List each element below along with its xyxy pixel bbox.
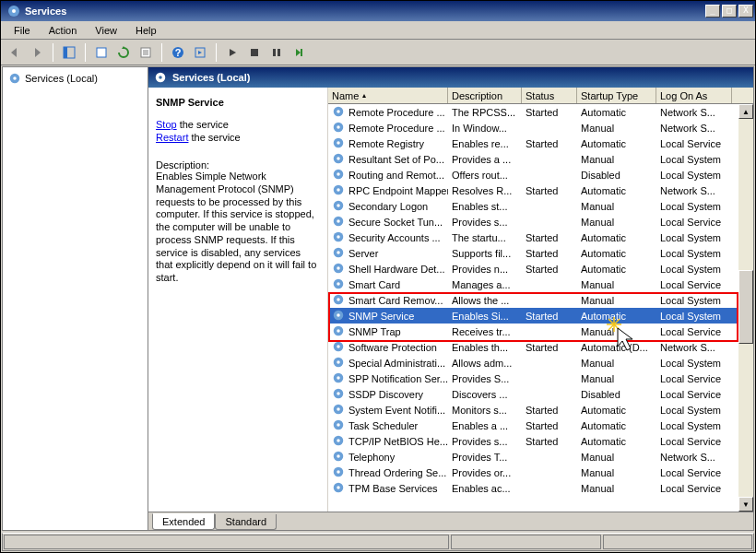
table-row[interactable]: Secondary LogonEnables st...ManualLocal … [328,198,753,214]
service-gear-icon [332,340,345,355]
table-row[interactable]: Remote Procedure ...The RPCSS...StartedA… [328,104,753,120]
svg-point-69 [337,486,340,489]
cell-desc: Offers rout... [448,170,522,181]
menu-view[interactable]: View [88,23,124,38]
service-gear-icon [332,136,345,151]
scroll-thumb[interactable] [738,270,753,344]
table-row[interactable]: Routing and Remot...Offers rout...Disabl… [328,167,753,182]
table-row[interactable]: Remote Procedure ...In Window...ManualNe… [328,120,753,135]
svg-point-53 [337,360,340,364]
cell-logon: Local System [656,154,732,165]
window-title: Services [25,6,705,17]
restart-link[interactable]: Restart [156,132,188,143]
title-bar: Services _ □ X [1,1,755,21]
sort-asc-icon: ▴ [362,91,366,100]
back-button[interactable] [5,42,25,63]
scroll-up-button[interactable]: ▲ [738,104,753,119]
cell-startup: Manual [577,326,656,337]
status-bar [2,533,754,551]
description-text: Enables Simple Network Management Protoc… [156,171,320,285]
banner-gear-icon [154,71,167,84]
column-startup[interactable]: Startup Type [577,88,656,103]
svg-point-39 [337,251,340,254]
close-button[interactable]: X [738,5,753,18]
column-status[interactable]: Status [522,88,577,103]
maximize-button[interactable]: □ [722,5,737,18]
cell-desc: Provides or... [448,467,522,478]
table-row[interactable]: Remote RegistryEnables re...StartedAutom… [328,135,753,151]
description-label: Description: [156,159,320,171]
table-row[interactable]: RPC Endpoint MapperResolves R...StartedA… [328,182,753,198]
menu-action[interactable]: Action [41,23,85,38]
cell-status: Started [522,342,577,353]
table-row[interactable]: Thread Ordering Se...Provides or...Manua… [328,465,753,480]
help-button[interactable]: ? [168,42,188,63]
action-button[interactable] [190,42,210,63]
stop-service-button[interactable] [244,42,265,63]
refresh-button[interactable] [113,42,134,63]
table-row[interactable]: System Event Notifi...Monitors s...Start… [328,402,753,418]
minimize-button[interactable]: _ [705,5,720,18]
start-service-button[interactable] [222,42,242,63]
table-row[interactable]: SNMP TrapReceives tr...ManualLocal Servi… [328,324,753,339]
show-hide-tree-button[interactable] [59,42,79,63]
service-gear-icon [332,277,345,292]
menu-file[interactable]: File [6,23,38,38]
table-row[interactable]: SSDP DiscoveryDiscovers ...DisabledLocal… [328,386,753,402]
tab-standard[interactable]: Standard [215,514,277,530]
table-row[interactable]: TelephonyProvides T...ManualNetwork S... [328,449,753,465]
cell-name: Secondary Logon [328,199,448,214]
table-row[interactable]: ServerSupports fil...StartedAutomaticLoc… [328,245,753,261]
table-row[interactable]: Security Accounts ...The startu...Starte… [328,229,753,245]
cell-status: Started [522,185,577,196]
svg-rect-4 [97,48,106,57]
cell-status: Started [522,138,577,149]
properties-button[interactable] [136,42,156,63]
view-tabs: ExtendedStandard [148,512,753,530]
svg-point-45 [337,298,340,301]
cell-logon: Local Service [656,138,732,149]
cell-startup: Automatic [577,420,656,431]
cell-logon: Network S... [656,107,732,118]
table-row[interactable]: TPM Base ServicesEnables ac...ManualLoca… [328,480,753,496]
tree-root-item[interactable]: Services (Local) [6,71,144,86]
table-row[interactable]: Secure Socket Tun...Provides s...ManualL… [328,214,753,229]
scroll-down-button[interactable]: ▼ [738,497,753,512]
vertical-scrollbar[interactable]: ▲ ▼ [738,104,753,512]
service-gear-icon [332,215,345,229]
menu-help[interactable]: Help [128,23,164,38]
svg-rect-13 [273,49,276,56]
table-row[interactable]: Task SchedulerEnables a ...StartedAutoma… [328,418,753,433]
table-row[interactable]: Special Administrati...Allows adm...Manu… [328,355,753,371]
stop-link[interactable]: Stop [156,119,177,130]
table-row[interactable]: Smart Card Remov...Allows the ...ManualL… [328,292,753,308]
table-row[interactable]: Shell Hardware Det...Provides n...Starte… [328,261,753,276]
cell-status: Started [522,248,577,259]
export-button[interactable] [91,42,112,63]
cell-logon: Local System [656,311,732,322]
cell-logon: Local System [656,420,732,431]
column-desc[interactable]: Description [448,88,522,103]
column-logon[interactable]: Log On As [656,88,732,103]
service-rows: Remote Procedure ...The RPCSS...StartedA… [328,104,753,512]
cell-startup: Automatic (D... [577,342,656,353]
svg-point-55 [337,376,340,380]
service-gear-icon [332,450,345,465]
description-pane: SNMP Service Stop the service Restart th… [148,88,328,512]
column-name[interactable]: Name ▴ [328,88,448,103]
table-row[interactable]: Resultant Set of Po...Provides a ...Manu… [328,151,753,167]
forward-button[interactable] [27,42,47,63]
table-row[interactable]: TCP/IP NetBIOS He...Provides s...Started… [328,433,753,449]
restart-service-button[interactable] [289,42,309,63]
cell-logon: Local Service [656,217,732,228]
service-gear-icon [332,183,345,198]
cell-desc: Resolves R... [448,185,522,196]
cell-name: Telephony [328,450,448,465]
table-row[interactable]: Smart CardManages a...ManualLocal Servic… [328,276,753,292]
cell-startup: Manual [577,467,656,478]
table-row[interactable]: SPP Notification Ser...Provides S...Manu… [328,371,753,386]
table-row[interactable]: Software ProtectionEnables th...StartedA… [328,339,753,355]
table-row[interactable]: SNMP ServiceEnables Si...StartedAutomati… [328,308,753,324]
tab-extended[interactable]: Extended [152,513,215,530]
pause-service-button[interactable] [266,42,287,63]
